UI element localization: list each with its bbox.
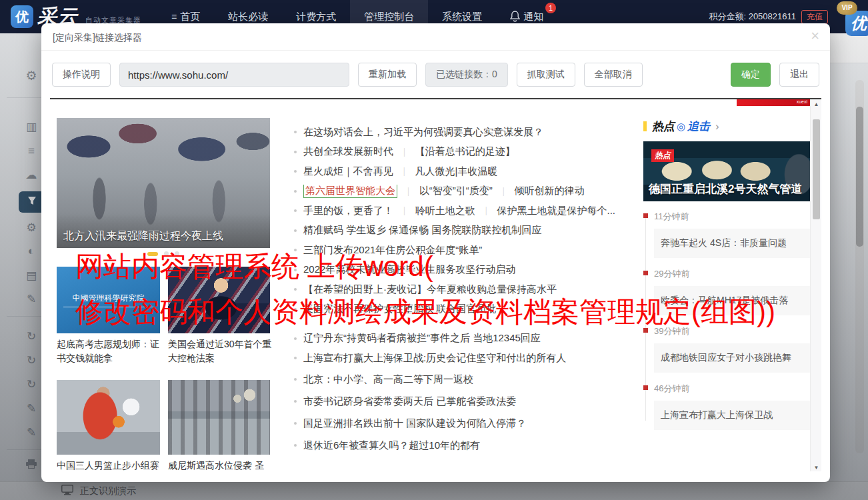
link-selector-modal: [定向采集]链接选择器 × 操作说明 重新加载 已选链接数：0 抓取测试 全部取… — [41, 23, 830, 482]
exit-button[interactable]: 退出 — [779, 63, 819, 87]
cancel-all-button[interactable]: 全部取消 — [584, 63, 643, 87]
headline-item[interactable]: 北京：中小学、高一高二等下周一返校 — [294, 373, 631, 386]
headline-text: 【沿着总书记的足迹】 — [415, 145, 515, 158]
headline-item[interactable]: 退休近6年被查算久吗？超过10年的都有 — [294, 439, 631, 452]
modal-title: [定向采集]链接选择器 — [53, 32, 142, 44]
headline-item[interactable]: 【在希望的田野上·麦收记】今年夏粮收购总量保持高水平 — [294, 283, 631, 296]
embedded-page: xuexi 北方入汛来最强降雨过程今夜上线 中國管理科學研究院 起底高考志愿规划… — [50, 98, 821, 471]
headline-item[interactable]: 三部门发布2021年住房公积金年度“账单” — [294, 243, 631, 257]
hot-news-header[interactable]: 热点 ◎ 追击 › — [643, 119, 811, 134]
institute-sign-text: 中國管理科學研究院 — [63, 293, 154, 307]
timeline-time: 46分钟前 — [654, 383, 811, 395]
bullet-icon — [294, 378, 297, 381]
points-balance: 积分金额: 2050821611 — [709, 11, 796, 23]
timeline-item[interactable]: 11分钟前奔驰车起火 4S店：非质量问题 — [643, 211, 811, 258]
headline-text: 北京：中小学、高一高二等下周一返校 — [303, 373, 473, 386]
separator: ｜ — [400, 146, 409, 158]
carousel-dot[interactable] — [164, 251, 169, 256]
timeline-text[interactable]: 上海宣布打赢大上海保卫战 — [654, 401, 811, 430]
bell-icon — [510, 13, 520, 24]
menu-icon: ≡ — [171, 11, 177, 22]
timeline-item[interactable]: 39分钟前成都地铁回应女子对小孩跳艳舞 — [643, 325, 811, 373]
bullet-icon — [294, 422, 297, 425]
separator: ｜ — [404, 185, 413, 197]
url-input[interactable] — [119, 63, 349, 87]
headline-item[interactable]: 美国宪法不再保护女性堕胎权 联合国官员批 — [294, 303, 631, 316]
scroll-down-icon[interactable]: ▼ — [811, 465, 821, 471]
bullet-icon — [294, 308, 297, 311]
headline-item[interactable]: 在这场对话会上，习近平为何强调要真心实意谋发展？ — [294, 125, 631, 139]
headline-text: 星火成炬｜不舍再见 — [303, 165, 393, 178]
hot-news-image[interactable]: 热点 德国正重启北溪2号天然气管道 — [643, 141, 811, 201]
timeline-bullet-icon — [643, 385, 648, 390]
separator: ｜ — [499, 185, 508, 197]
recharge-button[interactable]: 充值 — [801, 10, 828, 24]
news-image-venice[interactable] — [168, 380, 270, 455]
news-caption[interactable]: 中国三人男篮止步小组赛 — [57, 459, 162, 471]
bullet-icon — [294, 190, 297, 193]
separator: ｜ — [482, 205, 491, 217]
iframe-scrollbar-track[interactable]: ▲ ▼ — [810, 99, 821, 471]
headline-item[interactable]: 市委书记跻身省委常委两天后 已掌舵省委政法委 — [294, 395, 631, 408]
brand-logo[interactable]: 优 — [11, 5, 33, 28]
news-image-basketball[interactable] — [57, 380, 160, 455]
timeline-item[interactable]: 46分钟前上海宣布打赢大上海保卫战 — [643, 383, 811, 430]
headline-column: 在这场对话会上，习近平为何强调要真心实意谋发展？共创全球发展新时代｜【沿着总书记… — [294, 99, 631, 461]
news-image-biden[interactable] — [168, 267, 270, 333]
headline-item[interactable]: 国足亚洲排名跌出前十 国家队建设为何陷入停滞？ — [294, 417, 631, 430]
promo-banner[interactable]: xuexi — [737, 99, 810, 106]
timeline-bullet-icon — [643, 213, 648, 218]
vip-corner[interactable]: 优 VIP — [840, 5, 868, 35]
hot-label: 热点 — [652, 119, 675, 134]
headline-item[interactable]: 第六届世界智能大会｜以“智变”引“质变”｜倾听创新的律动 — [294, 185, 631, 198]
headline-item[interactable]: 共创全球发展新时代｜【沿着总书记的足迹】 — [294, 145, 631, 159]
headline-item[interactable]: 精准赋码 学生返乡 保通保畅 国务院联防联控机制回应 — [294, 224, 631, 237]
hot-news-caption[interactable]: 德国正重启北溪2号天然气管道 — [649, 181, 802, 197]
close-icon[interactable]: × — [811, 29, 819, 43]
confirm-button[interactable]: 确定 — [731, 63, 771, 87]
headline-text: 在这场对话会上，习近平为何强调要真心实意谋发展？ — [303, 126, 543, 139]
reload-button[interactable]: 重新加载 — [358, 63, 417, 87]
headline-item[interactable]: 星火成炬｜不舍再见｜凡人微光|丰收温暖 — [294, 165, 631, 178]
carousel-dot-active[interactable] — [147, 252, 158, 256]
selected-count: 已选链接数：0 — [425, 63, 508, 87]
iframe-scrollbar-thumb[interactable] — [813, 119, 820, 219]
headline-item[interactable]: 手里的饭，更香了！｜聆听土地之歌｜保护黑土地就是保护每个... — [294, 204, 631, 217]
modal-header-divider — [41, 50, 830, 51]
news-caption[interactable]: 威尼斯遇高水位侵袭 圣 — [168, 459, 273, 471]
headline-item[interactable]: 辽宁丹东“持黄码者看病被拦”事件之后 当地12345回应 — [294, 332, 631, 345]
headline-text: 共创全球发展新时代 — [303, 145, 393, 158]
headline-item[interactable]: 2022年离校未就业高校毕业生服务攻坚行动启动 — [294, 263, 631, 277]
carousel-dot[interactable] — [175, 251, 179, 256]
headline-item[interactable]: 上海宣布打赢大上海保卫战:历史会记住坚守和付出的所有人 — [294, 351, 631, 365]
headline-text: 上海宣布打赢大上海保卫战:历史会记住坚守和付出的所有人 — [303, 352, 566, 365]
fetch-test-button[interactable]: 抓取测试 — [517, 63, 575, 87]
separator: ｜ — [400, 205, 409, 217]
carousel-caption[interactable]: 北方入汛来最强降雨过程今夜上线 — [63, 229, 223, 243]
timeline-text[interactable]: 奔驰车起火 4S店：非质量问题 — [654, 229, 811, 258]
target-icon: ◎ — [677, 121, 685, 133]
headline-text: 以“智变”引“质变” — [419, 185, 493, 197]
chevron-right-icon: › — [715, 120, 719, 133]
headline-text: 美国宪法不再保护女性堕胎权 联合国官员批 — [303, 303, 496, 315]
timeline-text[interactable]: 成都地铁回应女子对小孩跳艳舞 — [654, 343, 811, 373]
help-button[interactable]: 操作说明 — [52, 63, 111, 87]
scroll-up-icon[interactable]: ▲ — [811, 101, 821, 107]
chase-label: 追击 — [687, 119, 710, 134]
news-image-institute[interactable]: 中國管理科學研究院 — [57, 267, 160, 333]
bullet-icon — [294, 151, 297, 153]
headline-text: 【在希望的田野上·麦收记】今年夏粮收购总量保持高水平 — [303, 283, 557, 296]
news-caption[interactable]: 起底高考志愿规划师：证书交钱就能拿 — [57, 337, 162, 365]
headline-text: 第六届世界智能大会 — [303, 185, 397, 198]
bullet-icon — [294, 131, 297, 133]
hot-news-column: 热点 ◎ 追击 › 热点 德国正重启北溪2号天然气管道 11分钟前奔驰车起火 4… — [643, 119, 811, 440]
headline-text: 国足亚洲排名跌出前十 国家队建设为何陷入停滞？ — [303, 417, 526, 430]
timeline-text[interactable]: 欧委会：马航MH17是被俄击落 — [654, 286, 811, 315]
news-caption[interactable]: 美国会通过近30年首个重大控枪法案 — [168, 337, 273, 365]
headline-text: 聆听土地之歌 — [415, 205, 475, 217]
carousel-photo[interactable]: 北方入汛来最强降雨过程今夜上线 — [57, 118, 270, 248]
bullet-icon — [294, 269, 297, 271]
timeline-item[interactable]: 29分钟前欧委会：马航MH17是被俄击落 — [643, 268, 811, 315]
headline-text: 精准赋码 学生返乡 保通保畅 国务院联防联控机制回应 — [303, 224, 542, 237]
vip-badge: VIP — [837, 1, 857, 15]
